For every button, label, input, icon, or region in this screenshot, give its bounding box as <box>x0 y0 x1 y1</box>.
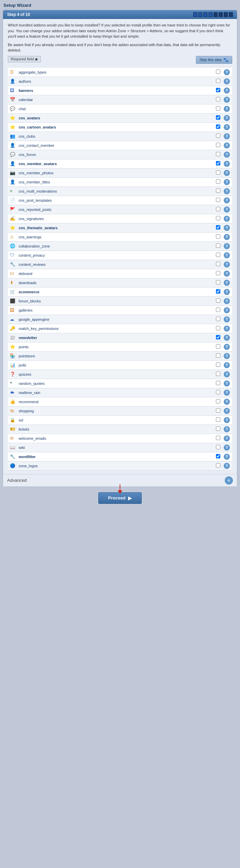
addon-checkbox-cell[interactable] <box>213 287 223 296</box>
addon-info-cell[interactable]: ? <box>223 406 232 415</box>
addon-checkbox-cell[interactable] <box>213 415 223 425</box>
addon-checkbox[interactable] <box>216 271 220 275</box>
addon-info-cell[interactable]: ? <box>223 214 232 223</box>
addon-info-button[interactable]: ? <box>224 225 230 231</box>
addon-info-cell[interactable]: ? <box>223 251 232 260</box>
addon-checkbox-cell[interactable] <box>213 443 223 452</box>
addon-checkbox[interactable] <box>216 308 220 312</box>
addon-checkbox[interactable] <box>216 152 220 156</box>
addon-info-cell[interactable]: ? <box>223 388 232 397</box>
addon-checkbox-cell[interactable] <box>213 241 223 251</box>
addon-checkbox-cell[interactable] <box>213 461 223 470</box>
addon-checkbox[interactable] <box>216 335 220 339</box>
addon-checkbox[interactable] <box>216 97 220 101</box>
addon-info-button[interactable]: ? <box>224 142 230 149</box>
addon-checkbox-cell[interactable] <box>213 296 223 305</box>
addon-checkbox[interactable] <box>216 344 220 349</box>
addon-info-button[interactable]: ? <box>224 87 230 94</box>
addon-checkbox-cell[interactable] <box>213 177 223 186</box>
addon-info-button[interactable]: ? <box>224 326 230 332</box>
addon-info-cell[interactable]: ? <box>223 269 232 278</box>
addon-info-button[interactable]: ? <box>224 133 230 139</box>
addon-checkbox-cell[interactable] <box>213 95 223 104</box>
addon-info-button[interactable]: ? <box>224 271 230 277</box>
addon-info-button[interactable]: ? <box>224 445 230 451</box>
addon-info-cell[interactable]: ? <box>223 159 232 168</box>
addon-info-cell[interactable]: ? <box>223 223 232 232</box>
addon-checkbox[interactable] <box>216 225 220 230</box>
addon-info-cell[interactable]: ? <box>223 287 232 296</box>
addon-checkbox-cell[interactable] <box>213 315 223 324</box>
addon-checkbox[interactable] <box>216 280 220 284</box>
addon-checkbox[interactable] <box>216 161 220 165</box>
addon-checkbox-cell[interactable] <box>213 360 223 370</box>
addon-checkbox[interactable] <box>216 106 220 111</box>
addon-checkbox-cell[interactable] <box>213 104 223 113</box>
addon-info-cell[interactable]: ? <box>223 443 232 452</box>
addon-checkbox-cell[interactable] <box>213 305 223 315</box>
addon-checkbox[interactable] <box>216 326 220 330</box>
addon-checkbox[interactable] <box>216 243 220 248</box>
addon-info-cell[interactable]: ? <box>223 360 232 370</box>
addon-info-button[interactable]: ? <box>224 371 230 377</box>
addon-checkbox-cell[interactable] <box>213 251 223 260</box>
addon-checkbox[interactable] <box>216 381 220 385</box>
addon-info-button[interactable]: ? <box>224 188 230 194</box>
addon-checkbox[interactable] <box>216 298 220 303</box>
addon-info-cell[interactable]: ? <box>223 150 232 159</box>
addon-info-cell[interactable]: ? <box>223 132 232 141</box>
addon-info-cell[interactable]: ? <box>223 397 232 406</box>
addon-info-cell[interactable]: ? <box>223 95 232 104</box>
addon-info-cell[interactable]: ? <box>223 315 232 324</box>
addon-info-cell[interactable]: ? <box>223 177 232 186</box>
addon-info-button[interactable]: ? <box>224 289 230 295</box>
addon-checkbox-cell[interactable] <box>213 425 223 434</box>
addon-info-button[interactable]: ? <box>224 307 230 313</box>
addon-info-cell[interactable]: ? <box>223 351 232 360</box>
addon-checkbox[interactable] <box>216 179 220 184</box>
addon-checkbox-cell[interactable] <box>213 342 223 351</box>
addon-info-button[interactable]: ? <box>224 179 230 185</box>
addon-checkbox-cell[interactable] <box>213 168 223 177</box>
addon-checkbox-cell[interactable] <box>213 86 223 95</box>
addon-info-button[interactable]: ? <box>224 234 230 240</box>
addon-checkbox-cell[interactable] <box>213 278 223 287</box>
addon-info-button[interactable]: ? <box>224 353 230 359</box>
addon-checkbox-cell[interactable] <box>213 397 223 406</box>
addon-checkbox[interactable] <box>216 170 220 175</box>
addon-checkbox-cell[interactable] <box>213 351 223 360</box>
addon-info-button[interactable]: ? <box>224 298 230 304</box>
addon-info-button[interactable]: ? <box>224 170 230 176</box>
addon-info-cell[interactable]: ? <box>223 342 232 351</box>
addon-checkbox-cell[interactable] <box>213 68 223 77</box>
addon-checkbox[interactable] <box>216 143 220 147</box>
addon-checkbox[interactable] <box>216 253 220 257</box>
addon-info-button[interactable]: ? <box>224 344 230 350</box>
addon-checkbox[interactable] <box>216 88 220 92</box>
addon-checkbox[interactable] <box>216 317 220 321</box>
addon-info-cell[interactable]: ? <box>223 333 232 342</box>
addon-checkbox-cell[interactable] <box>213 223 223 232</box>
addon-info-button[interactable]: ? <box>224 115 230 121</box>
addon-info-button[interactable]: ? <box>224 435 230 441</box>
addon-info-button[interactable]: ? <box>224 124 230 130</box>
addon-checkbox-cell[interactable] <box>213 77 223 86</box>
addon-info-cell[interactable]: ? <box>223 379 232 388</box>
addon-info-cell[interactable]: ? <box>223 104 232 113</box>
addon-checkbox-cell[interactable] <box>213 269 223 278</box>
addon-checkbox[interactable] <box>216 436 220 440</box>
addon-info-button[interactable]: ? <box>224 197 230 203</box>
addon-info-button[interactable]: ? <box>224 216 230 222</box>
addon-info-button[interactable]: ? <box>224 252 230 258</box>
addon-checkbox[interactable] <box>216 399 220 403</box>
addon-info-cell[interactable]: ? <box>223 278 232 287</box>
addon-checkbox-cell[interactable] <box>213 333 223 342</box>
addon-checkbox[interactable] <box>216 445 220 449</box>
addon-checkbox[interactable] <box>216 216 220 220</box>
addon-info-button[interactable]: ? <box>224 426 230 432</box>
addon-info-cell[interactable]: ? <box>223 113 232 122</box>
addon-info-cell[interactable]: ? <box>223 86 232 95</box>
addon-info-cell[interactable]: ? <box>223 205 232 214</box>
addon-info-button[interactable]: ? <box>224 454 230 460</box>
addon-checkbox-cell[interactable] <box>213 113 223 122</box>
